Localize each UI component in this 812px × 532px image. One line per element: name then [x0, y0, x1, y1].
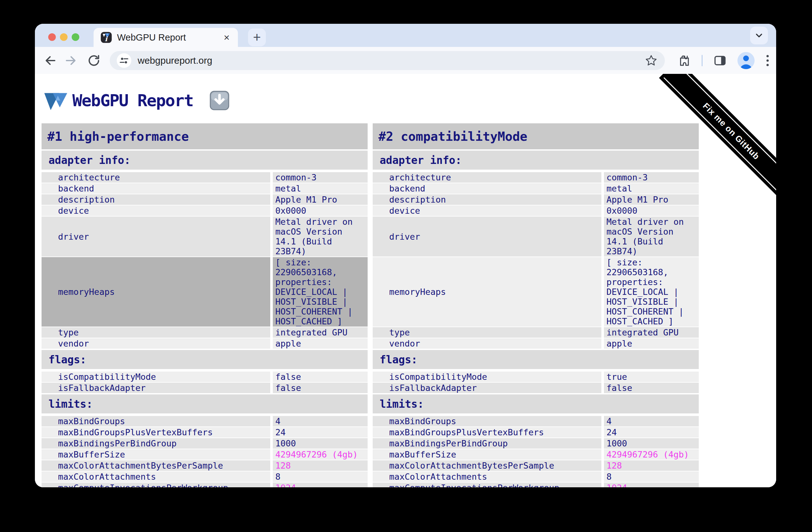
new-tab-button[interactable]: +	[248, 29, 266, 46]
row-key: maxComputeInvocationsPerWorkgroup	[42, 483, 270, 487]
forward-arrow-icon	[65, 54, 79, 68]
row-key: type	[42, 327, 270, 338]
row-key: maxBindGroupsPlusVertexBuffers	[373, 427, 601, 438]
table-row: descriptionApple M1 Pro	[373, 194, 699, 205]
table-row: device0x0000	[373, 205, 699, 216]
gpu-panel: #1 high-performanceadapter info:architec…	[42, 123, 368, 487]
table-row: descriptionApple M1 Pro	[42, 194, 368, 205]
table-row: driverMetal driver on macOS Version 14.1…	[373, 217, 699, 256]
download-report-button[interactable]	[210, 91, 229, 110]
row-value: 1000	[604, 438, 699, 448]
table-row: maxComputeInvocationsPerWorkgroup1024	[42, 483, 368, 487]
row-key: maxBindGroups	[373, 416, 601, 426]
side-panel-button[interactable]	[713, 54, 727, 67]
row-value: 1024	[273, 483, 368, 487]
table-row: isCompatibilityModetrue	[373, 372, 699, 382]
row-key: architecture	[42, 172, 270, 182]
row-key: description	[42, 194, 270, 205]
row-key: device	[42, 205, 270, 216]
zoom-window-button[interactable]	[72, 33, 79, 41]
row-key: backend	[373, 183, 601, 194]
table-row: isCompatibilityModefalse	[42, 372, 368, 382]
row-key: isFallbackAdapter	[373, 383, 601, 393]
table-row: maxColorAttachmentBytesPerSample128	[42, 460, 368, 471]
row-key: driver	[373, 217, 601, 256]
row-key: maxColorAttachments	[373, 471, 601, 482]
browser-menu-button[interactable]	[765, 54, 770, 68]
row-key: maxBufferSize	[42, 449, 270, 460]
row-key: backend	[42, 183, 270, 194]
row-value: 24	[273, 427, 368, 438]
table-row: architecturecommon-3	[373, 172, 699, 182]
adapter-panels: #1 high-performanceadapter info:architec…	[42, 123, 699, 487]
row-value: 0x0000	[604, 205, 699, 216]
screenshot-stage: i WebGPU Report × +	[0, 0, 812, 532]
section-heading: adapter info:	[373, 151, 699, 169]
url-bar[interactable]: webgpureport.org	[110, 51, 665, 70]
table-row: typeintegrated GPU	[42, 327, 368, 338]
row-key: vendor	[373, 338, 601, 349]
page-title: WebGPU Report	[72, 91, 193, 110]
reload-button[interactable]	[86, 53, 102, 68]
bookmark-star-button[interactable]	[644, 54, 658, 67]
webgpureport-favicon-icon: i	[101, 32, 112, 43]
gpu-panel: #2 compatibilityModeadapter info:archite…	[373, 123, 699, 487]
table-row: maxBindGroups4	[42, 416, 368, 426]
browser-window: i WebGPU Report × +	[35, 24, 776, 487]
row-value: true	[604, 372, 699, 382]
extensions-button[interactable]	[678, 54, 691, 67]
row-key: memoryHeaps	[42, 257, 270, 327]
site-info-chip[interactable]	[117, 53, 131, 68]
row-key: memoryHeaps	[373, 257, 601, 327]
section-heading: flags:	[373, 350, 699, 369]
row-value: metal	[273, 183, 368, 194]
row-value: 24	[604, 427, 699, 438]
row-value: 4294967296 (4gb)	[273, 449, 368, 460]
row-key: maxColorAttachmentBytesPerSample	[373, 460, 601, 471]
table-row: maxColorAttachmentBytesPerSample128	[373, 460, 699, 471]
back-button[interactable]	[42, 53, 57, 68]
row-value: apple	[604, 338, 699, 349]
row-value: Apple M1 Pro	[273, 194, 368, 205]
row-key: description	[373, 194, 601, 205]
row-value: 1000	[273, 438, 368, 448]
tab-close-icon[interactable]: ×	[222, 32, 231, 43]
table-row: backendmetal	[373, 183, 699, 194]
table-row: maxColorAttachments8	[42, 471, 368, 482]
table-row: architecturecommon-3	[42, 172, 368, 182]
toolbar-icons	[678, 52, 770, 69]
chevron-down-icon	[754, 31, 764, 40]
table-row: maxColorAttachments8	[373, 471, 699, 482]
section-heading: flags:	[42, 350, 368, 369]
row-value: false	[273, 383, 368, 393]
profile-avatar[interactable]	[738, 52, 755, 69]
row-value: apple	[273, 338, 368, 349]
row-value: integrated GPU	[273, 327, 368, 338]
table-row: isFallbackAdapterfalse	[42, 383, 368, 393]
row-value: metal	[604, 183, 699, 194]
row-value: 4294967296 (4gb)	[604, 449, 699, 460]
row-key: isCompatibilityMode	[42, 372, 270, 382]
table-row: memoryHeaps[ size: 22906503168, properti…	[373, 257, 699, 327]
table-row: device0x0000	[42, 205, 368, 216]
minimize-window-button[interactable]	[60, 33, 68, 41]
row-key: maxBufferSize	[373, 449, 601, 460]
forward-button[interactable]	[64, 53, 79, 68]
row-key: device	[373, 205, 601, 216]
close-window-button[interactable]	[48, 33, 56, 41]
section-heading: limits:	[42, 395, 368, 413]
row-value: 4	[604, 416, 699, 426]
tune-icon	[119, 56, 129, 65]
panel-title: #2 compatibilityMode	[373, 123, 699, 149]
row-key: maxBindGroups	[42, 416, 270, 426]
tab-title: WebGPU Report	[117, 32, 222, 43]
row-key: architecture	[373, 172, 601, 182]
section-heading: adapter info:	[42, 151, 368, 169]
browser-tab[interactable]: i WebGPU Report ×	[93, 28, 238, 47]
table-row: maxBindGroupsPlusVertexBuffers24	[373, 427, 699, 438]
row-key: isFallbackAdapter	[42, 383, 270, 393]
toolbar-divider	[701, 55, 702, 66]
row-value: Metal driver on macOS Version 14.1 (Buil…	[604, 217, 699, 256]
tab-search-button[interactable]	[750, 27, 768, 44]
row-value: 0x0000	[273, 205, 368, 216]
